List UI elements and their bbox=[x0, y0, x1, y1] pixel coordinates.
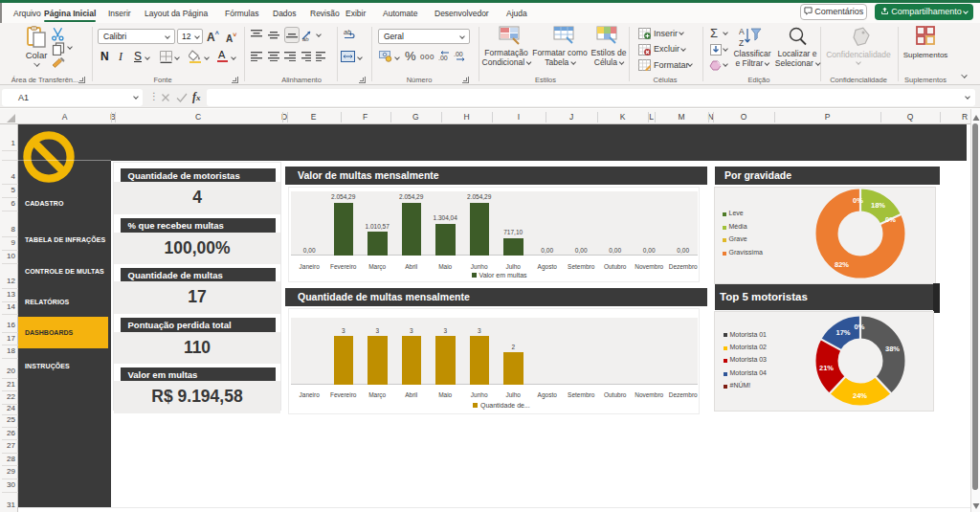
svg-text:A: A bbox=[739, 27, 745, 36]
svg-text:ab: ab bbox=[302, 36, 309, 42]
svg-text:Z: Z bbox=[739, 38, 744, 48]
svg-text:.00: .00 bbox=[438, 55, 448, 61]
svg-text:.00: .00 bbox=[454, 51, 463, 57]
